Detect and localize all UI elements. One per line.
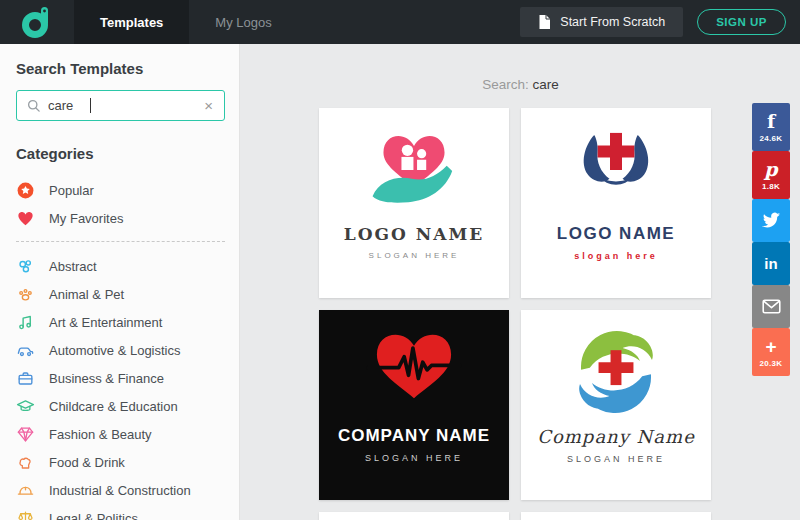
category-art-entertainment[interactable]: Art & Entertainment bbox=[16, 308, 225, 336]
category-label: Fashion & Beauty bbox=[49, 427, 152, 442]
paw-icon bbox=[16, 285, 35, 304]
chef-hat-icon bbox=[16, 453, 35, 472]
diamond-icon bbox=[16, 425, 35, 444]
social-share-rail: f 24.6K p 1.8K in + 20.3K bbox=[752, 103, 790, 376]
category-label: Industrial & Construction bbox=[49, 483, 191, 498]
hard-hat-icon bbox=[16, 481, 35, 500]
logo-template-card[interactable]: LOGO NAME SLOGAN HERE bbox=[319, 108, 509, 298]
more-share-button[interactable]: + 20.3K bbox=[752, 328, 790, 376]
category-label: Food & Drink bbox=[49, 455, 125, 470]
sidebar: Search Templates × Categories Popular bbox=[0, 44, 240, 520]
logo-name-text: LOGO NAME bbox=[557, 224, 675, 244]
briefcase-icon bbox=[16, 369, 35, 388]
blank-document-icon bbox=[538, 14, 551, 30]
category-label: Legal & Politics bbox=[49, 511, 138, 520]
category-animal-pet[interactable]: Animal & Pet bbox=[16, 280, 225, 308]
car-icon bbox=[16, 341, 35, 360]
email-envelope-icon bbox=[762, 299, 781, 314]
search-templates-heading: Search Templates bbox=[16, 60, 225, 77]
search-input[interactable] bbox=[48, 98, 90, 113]
linkedin-icon: in bbox=[764, 255, 777, 272]
logo-name-text: Company Name bbox=[537, 426, 695, 447]
category-legal-politics[interactable]: Legal & Politics bbox=[16, 504, 225, 520]
logo-template-card[interactable]: COMPANY NAME SLOGAN HERE bbox=[319, 310, 509, 500]
top-navbar: Templates My Logos Start From Scratch SI… bbox=[0, 0, 800, 44]
plus-share-icon: + bbox=[765, 337, 776, 356]
logo-slogan-text: slogan here bbox=[574, 251, 658, 261]
total-share-count: 20.3K bbox=[760, 359, 783, 368]
divider bbox=[16, 241, 225, 242]
category-label: Abstract bbox=[49, 259, 97, 274]
category-label: Popular bbox=[49, 183, 94, 198]
pinterest-share-button[interactable]: p 1.8K bbox=[752, 151, 790, 199]
category-abstract[interactable]: Abstract bbox=[16, 252, 225, 280]
graduation-cap-icon bbox=[16, 397, 35, 416]
template-results-area: Search: care LOGO NAME SLOGAN HERE bbox=[241, 44, 800, 520]
next-row-partial bbox=[319, 512, 711, 520]
featured-category-list: Popular My Favorites bbox=[16, 176, 225, 232]
clear-search-icon[interactable]: × bbox=[202, 96, 215, 115]
heartbeat-heart-logo bbox=[359, 324, 469, 420]
category-label: Business & Finance bbox=[49, 371, 164, 386]
logo-template-card[interactable]: LOGO NAME slogan here bbox=[521, 108, 711, 298]
hands-holding-cross-logo bbox=[561, 122, 671, 218]
categories-heading: Categories bbox=[16, 145, 225, 162]
category-food-drink[interactable]: Food & Drink bbox=[16, 448, 225, 476]
scales-icon bbox=[16, 509, 35, 520]
logo-template-card[interactable] bbox=[319, 512, 509, 520]
logo-slogan-text: SLOGAN HERE bbox=[365, 453, 463, 463]
tab-my-logos[interactable]: My Logos bbox=[189, 0, 297, 44]
music-note-icon bbox=[16, 313, 35, 332]
tab-my-logos-label: My Logos bbox=[215, 15, 271, 30]
text-caret bbox=[90, 98, 91, 113]
facebook-share-count: 24.6K bbox=[760, 134, 783, 143]
category-fashion-beauty[interactable]: Fashion & Beauty bbox=[16, 420, 225, 448]
category-automotive-logistics[interactable]: Automotive & Logistics bbox=[16, 336, 225, 364]
category-my-favorites[interactable]: My Favorites bbox=[16, 204, 225, 232]
template-grid: LOGO NAME SLOGAN HERE LOGO NAME slogan h… bbox=[319, 108, 711, 500]
facebook-icon: f bbox=[767, 112, 775, 131]
twitter-share-button[interactable] bbox=[752, 199, 790, 242]
category-label: Animal & Pet bbox=[49, 287, 124, 302]
heart-in-hand-logo bbox=[359, 122, 469, 218]
start-from-scratch-label: Start From Scratch bbox=[560, 15, 665, 29]
swoosh-circle-cross-logo bbox=[561, 324, 671, 420]
logo-template-card[interactable]: Company Name SLOGAN HERE bbox=[521, 310, 711, 500]
email-share-button[interactable] bbox=[752, 285, 790, 328]
pinterest-icon: p bbox=[764, 160, 777, 179]
sign-up-button[interactable]: SIGN UP bbox=[697, 9, 786, 35]
search-status-label: Search: bbox=[482, 77, 529, 92]
logo-template-card[interactable] bbox=[521, 512, 711, 520]
search-icon bbox=[26, 98, 41, 113]
category-popular[interactable]: Popular bbox=[16, 176, 225, 204]
logo-name-text: LOGO NAME bbox=[344, 224, 485, 244]
category-label: My Favorites bbox=[49, 211, 123, 226]
start-from-scratch-button[interactable]: Start From Scratch bbox=[520, 7, 683, 37]
template-search-box[interactable]: × bbox=[16, 90, 225, 121]
star-badge-icon bbox=[16, 181, 35, 200]
brand-logo[interactable] bbox=[0, 0, 74, 44]
tab-templates-label: Templates bbox=[100, 15, 163, 30]
tab-templates[interactable]: Templates bbox=[74, 0, 189, 44]
category-label: Art & Entertainment bbox=[49, 315, 162, 330]
category-childcare-education[interactable]: Childcare & Education bbox=[16, 392, 225, 420]
linkedin-share-button[interactable]: in bbox=[752, 242, 790, 285]
search-status-term: care bbox=[533, 77, 559, 92]
logo-slogan-text: SLOGAN HERE bbox=[567, 454, 665, 464]
heart-icon bbox=[16, 209, 35, 228]
category-list: Abstract Animal & Pet Art & Entertainmen… bbox=[16, 252, 225, 520]
search-status: Search: care bbox=[241, 77, 800, 92]
logo-name-text: COMPANY NAME bbox=[338, 426, 490, 446]
abstract-icon bbox=[16, 257, 35, 276]
category-business-finance[interactable]: Business & Finance bbox=[16, 364, 225, 392]
twitter-bird-icon bbox=[761, 212, 781, 229]
category-label: Automotive & Logistics bbox=[49, 343, 181, 358]
facebook-share-button[interactable]: f 24.6K bbox=[752, 103, 790, 151]
category-industrial-construction[interactable]: Industrial & Construction bbox=[16, 476, 225, 504]
category-label: Childcare & Education bbox=[49, 399, 178, 414]
designevo-logo-icon bbox=[22, 5, 52, 39]
logo-slogan-text: SLOGAN HERE bbox=[369, 251, 460, 260]
pinterest-share-count: 1.8K bbox=[762, 182, 780, 191]
